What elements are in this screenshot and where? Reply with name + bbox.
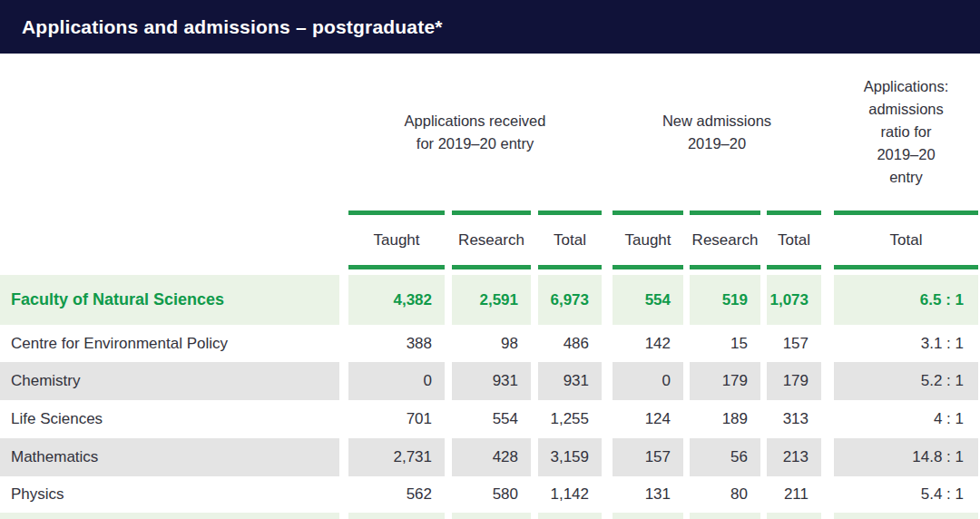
- group-header-ratio: Applications: admissions ratio for 2019–…: [834, 75, 978, 189]
- cell-value: 3.1 : 1: [834, 325, 978, 362]
- cell-value: 5.2 : 1: [834, 362, 978, 400]
- cell-value: 313: [767, 400, 821, 438]
- cell-value: 931: [452, 362, 531, 400]
- cell-value: [612, 513, 683, 519]
- cell-value: 554: [452, 400, 531, 438]
- column-header-row: Taught Research Total Taught Research To…: [0, 215, 980, 265]
- cell-value: [348, 513, 445, 519]
- table-row-partial-bottom: [0, 513, 980, 519]
- row-label: Faculty of Natural Sciences: [0, 275, 339, 325]
- underline-segment: [538, 265, 602, 269]
- column-header-total-adm: Total: [767, 231, 821, 250]
- row-label: Chemistry: [0, 362, 339, 400]
- cell-value: 486: [538, 325, 602, 362]
- title-bar: Applications and admissions – postgradua…: [0, 0, 980, 54]
- underline-segment: [834, 211, 978, 215]
- row-label: Physics: [0, 476, 339, 513]
- cell-value: 562: [348, 476, 445, 513]
- table-row-chemistry: Chemistry 0 931 931 0 179 179 5.2 : 1: [0, 362, 980, 400]
- cell-value: 1,255: [538, 400, 602, 438]
- underline-segment: [452, 265, 531, 269]
- column-header-research-adm: Research: [690, 231, 760, 250]
- cell-value: 4,382: [348, 275, 445, 325]
- cell-value: 580: [452, 476, 531, 513]
- cell-value: 213: [767, 438, 821, 476]
- cell-value: [538, 513, 602, 519]
- cell-value: 388: [348, 325, 445, 362]
- table-row-centre-for-environmental-policy: Centre for Environmental Policy 388 98 4…: [0, 325, 980, 362]
- cell-value: 3,159: [538, 438, 602, 476]
- cell-value: 142: [612, 325, 683, 362]
- table-row-physics: Physics 562 580 1,142 131 80 211 5.4 : 1: [0, 476, 980, 513]
- column-header-taught-adm: Taught: [612, 231, 683, 250]
- cell-value: 2,591: [452, 275, 531, 325]
- cell-value: 15: [690, 325, 760, 362]
- cell-value: 211: [767, 476, 821, 513]
- underline-segment: [690, 211, 760, 215]
- page-title: Applications and admissions – postgradua…: [22, 16, 443, 38]
- applications-admissions-table: Applications received for 2019–20 entry …: [0, 54, 980, 519]
- cell-value: 701: [348, 400, 445, 438]
- column-header-taught-apps: Taught: [348, 231, 445, 250]
- row-label: [0, 513, 339, 519]
- cell-value: 189: [690, 400, 760, 438]
- cell-value: 1,073: [767, 275, 821, 325]
- underline-segment: [767, 265, 821, 269]
- cell-value: 80: [690, 476, 760, 513]
- cell-value: 124: [612, 400, 683, 438]
- cell-value: 179: [690, 362, 760, 400]
- underline-segment: [538, 211, 602, 215]
- cell-value: 428: [452, 438, 531, 476]
- underline-segment: [348, 211, 445, 215]
- cell-value: 157: [612, 438, 683, 476]
- cell-value: [690, 513, 760, 519]
- group-header-row: Applications received for 2019–20 entry …: [0, 54, 980, 211]
- column-header-total-apps: Total: [538, 231, 602, 250]
- underline-gap: [0, 265, 339, 269]
- underline-segment: [834, 265, 978, 269]
- cell-value: [834, 513, 978, 519]
- cell-value: 6,973: [538, 275, 602, 325]
- cell-value: 2,731: [348, 438, 445, 476]
- cell-value: 4 : 1: [834, 400, 978, 438]
- cell-value: 98: [452, 325, 531, 362]
- underline-segment: [612, 265, 683, 269]
- cell-value: 6.5 : 1: [834, 275, 978, 325]
- group-header-applications-received: Applications received for 2019–20 entry: [348, 110, 602, 155]
- cell-value: 131: [612, 476, 683, 513]
- cell-value: 14.8 : 1: [834, 438, 978, 476]
- cell-value: 5.4 : 1: [834, 476, 978, 513]
- table-row-life-sciences: Life Sciences 701 554 1,255 124 189 313 …: [0, 400, 980, 438]
- cell-value: 0: [612, 362, 683, 400]
- row-label: Mathematics: [0, 438, 339, 476]
- row-label: Life Sciences: [0, 400, 339, 438]
- cell-value: 1,142: [538, 476, 602, 513]
- underline-segment: [690, 265, 760, 269]
- cell-value: 56: [690, 438, 760, 476]
- cell-value: 519: [690, 275, 760, 325]
- underline-gap: [0, 211, 339, 215]
- underline-segment: [612, 211, 683, 215]
- underline-segment: [767, 211, 821, 215]
- cell-value: [767, 513, 821, 519]
- cell-value: [452, 513, 531, 519]
- cell-value: 157: [767, 325, 821, 362]
- group-header-new-admissions: New admissions 2019–20: [612, 110, 821, 155]
- column-header-research-apps: Research: [452, 231, 531, 250]
- cell-value: 554: [612, 275, 683, 325]
- cell-value: 0: [348, 362, 445, 400]
- underline-segment: [348, 265, 445, 269]
- underline-segment: [452, 211, 531, 215]
- table-row-faculty-of-natural-sciences: Faculty of Natural Sciences 4,382 2,591 …: [0, 275, 980, 325]
- column-header-total-ratio: Total: [834, 231, 978, 250]
- row-label: Centre for Environmental Policy: [0, 325, 339, 362]
- cell-value: 179: [767, 362, 821, 400]
- table-row-mathematics: Mathematics 2,731 428 3,159 157 56 213 1…: [0, 438, 980, 476]
- cell-value: 931: [538, 362, 602, 400]
